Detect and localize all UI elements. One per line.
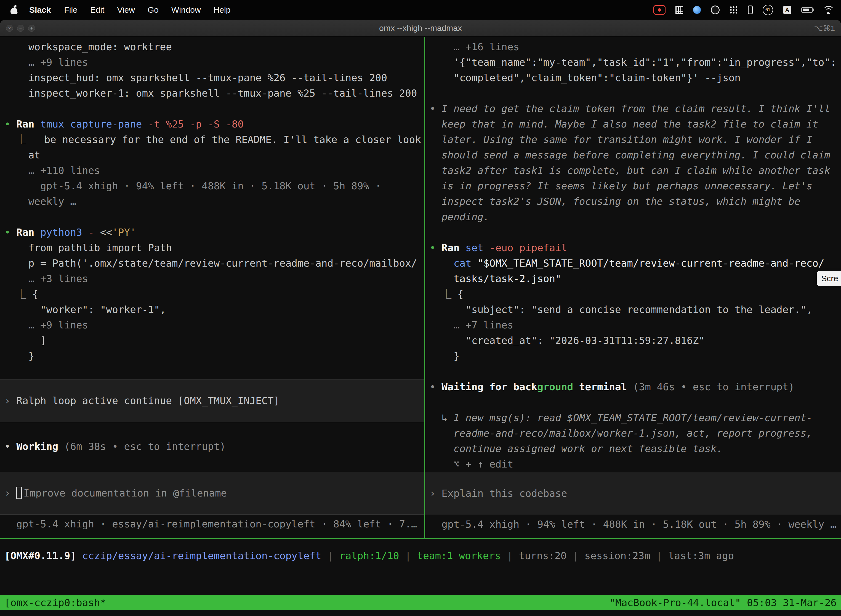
terminal-line: ] (0, 333, 424, 348)
inject-prompt-row[interactable]: › Ralph loop active continue [OMX_TMUX_I… (0, 379, 424, 422)
right-pane[interactable]: … +16 lines '{"team_name":"my-team","tas… (425, 37, 841, 538)
text-segment: | (567, 550, 585, 561)
model-status-line: gpt-5.4 xhigh · essay/ai-reimplementatio… (0, 516, 424, 532)
input-prompt-row[interactable]: › Improve documentation in @filename (0, 472, 424, 515)
terminal-line: from pathlib import Path (0, 240, 424, 255)
grid-icon[interactable] (675, 6, 683, 14)
thinking-line: • I need to get the claim token from the… (425, 101, 841, 116)
text-segment: should send a message before completing … (429, 149, 830, 161)
terminal-line: … +3 lines (0, 271, 424, 286)
terminal-line: ⎿ be necessary for the end of the README… (0, 132, 424, 147)
gauge-icon[interactable]: 61 (763, 5, 773, 15)
edit-hint: ⌥ + ↑ edit (425, 456, 841, 472)
text-segment: gpt-5.4 xhigh · 94% left · 488K in · 5.1… (4, 180, 381, 192)
spacer (0, 422, 424, 439)
circle-icon[interactable] (711, 6, 719, 14)
terminal-line: weekly … (0, 194, 424, 209)
text-segment: … +7 lines (429, 319, 513, 331)
pane-divider[interactable] (424, 37, 425, 538)
menu-edit[interactable]: Edit (90, 5, 105, 15)
ran-command-line: • Ran tmux capture-pane -t %25 -p -S -80 (0, 116, 424, 132)
terminal-line: "subject": "send a concise recommendatio… (425, 302, 841, 317)
text-segment: "worker": "worker-1", (4, 304, 166, 315)
apple-menu-icon[interactable] (10, 5, 18, 15)
terminal-line: '{"team_name":"my-team","task_id":"1","f… (425, 55, 841, 70)
text-segment: inspect task2's JSON, focusing on the st… (429, 196, 800, 207)
model-status-line: gpt-5.4 xhigh · 94% left · 488K in · 5.1… (425, 517, 841, 532)
thinking-line: keep that in mind. Maybe I also need the… (425, 116, 841, 132)
text-segment: | (501, 550, 519, 561)
text-segment: Ran (16, 227, 40, 238)
left-pane[interactable]: workspace_mode: worktree … +9 lines insp… (0, 37, 424, 538)
text-segment: • (4, 119, 16, 130)
text-segment: ⎿ (429, 288, 457, 300)
menu-view[interactable]: View (117, 5, 135, 15)
active-app-name[interactable]: Slack (29, 5, 51, 15)
input-prompt-row[interactable]: › Explain this codebase (425, 472, 841, 515)
dots-grid-icon[interactable] (730, 6, 738, 14)
minimize-button[interactable]: − (17, 25, 24, 32)
text-segment: ] (4, 335, 46, 346)
text-segment: [OMX#0.11.9] (4, 550, 82, 561)
text-segment: - (88, 227, 100, 238)
thinking-line: should send a message before completing … (425, 147, 841, 163)
text-segment: keep that in mind. Maybe I also need the… (429, 119, 818, 130)
menu-window[interactable]: Window (171, 5, 201, 15)
close-button[interactable]: × (6, 25, 13, 32)
battery-icon[interactable] (801, 7, 813, 13)
screenshot-tooltip[interactable]: Scre (817, 271, 841, 286)
text-segment: Explain this codebase (441, 488, 567, 499)
text-segment: ⎿ (4, 134, 44, 145)
terminal-line: … +9 lines (0, 55, 424, 70)
text-segment: | (321, 550, 339, 561)
text-segment: Waiting for back (441, 381, 537, 392)
text-segment: readme-and-reco/mailbox/worker-1.json, a… (429, 427, 812, 439)
text-segment: -euo pipefail (489, 242, 567, 253)
traffic-lights: ×−+ (0, 25, 39, 32)
menu-help[interactable]: Help (214, 5, 231, 15)
text-segment: … +9 lines (4, 57, 88, 68)
menu-file[interactable]: File (64, 5, 77, 15)
phone-icon[interactable] (748, 6, 753, 14)
working-status: • Working (6m 38s • esc to interrupt) (0, 439, 424, 454)
terminal-line: ⎿ { (0, 286, 424, 302)
tmux-status-bar: [omx-cczip0:bash* "MacBook-Pro-44.local"… (0, 595, 841, 610)
menu-bar: Slack FileEditViewGoWindowHelp 61A (0, 0, 841, 20)
wifi-icon[interactable] (823, 6, 834, 14)
terminal-line: inspect_hud: omx sparkshell --tmux-pane … (0, 70, 424, 85)
terminal-line: gpt-5.4 xhigh · 94% left · 488K in · 5.1… (0, 178, 424, 194)
terminal-line (425, 85, 841, 101)
zoom-button[interactable]: + (28, 25, 35, 32)
text-segment: set (466, 242, 489, 253)
terminal-line (425, 395, 841, 410)
terminal-window: ×−+ omx --xhigh --madmax ⌥⌘1 workspace_m… (0, 20, 841, 616)
message-line: continue assigned work or next feasible … (425, 441, 841, 456)
terminal-line: "created_at": "2026-03-31T11:59:27.816Z" (425, 333, 841, 348)
waiting-status: • Waiting for background terminal (3m 46… (425, 379, 841, 395)
text-segment: • (429, 103, 441, 114)
omx-status-text: [OMX#0.11.9] cczip/essay/ai-reimplementa… (0, 548, 841, 563)
text-segment: ralph:1/10 (339, 550, 399, 561)
terminal-line: ⎿ { (425, 286, 841, 302)
screen-recording-indicator-icon[interactable] (653, 5, 665, 15)
text-segment: python3 (40, 227, 88, 238)
inject-prompt-row: › Ralph loop active continue [OMX_TMUX_I… (0, 393, 280, 408)
text-segment: << (100, 227, 112, 238)
menu-go[interactable]: Go (148, 5, 159, 15)
text-segment: p = Path('.omx/state/team/review-current… (4, 258, 417, 269)
text-segment: inspect_hud: omx sparkshell --tmux-pane … (4, 72, 387, 84)
text-segment: • (4, 441, 16, 452)
window-title-bar[interactable]: ×−+ omx --xhigh --madmax ⌥⌘1 (0, 20, 841, 37)
text-segment: cat (429, 258, 477, 269)
spacer (0, 454, 424, 472)
text-segment: › (4, 395, 16, 406)
swirl-icon[interactable] (693, 6, 701, 14)
terminal-line: "completed","claim_token":"claim-token"}… (425, 70, 841, 85)
text-segment: • (429, 242, 441, 253)
text-segment: Ran (16, 119, 40, 130)
text-segment: weekly … (4, 196, 76, 207)
input-source-icon[interactable]: A (783, 6, 791, 14)
terminal-line: p = Path('.omx/state/team/review-current… (0, 255, 424, 271)
terminal-line: } (0, 348, 424, 364)
window-shortcut-hint: ⌥⌘1 (814, 24, 835, 33)
